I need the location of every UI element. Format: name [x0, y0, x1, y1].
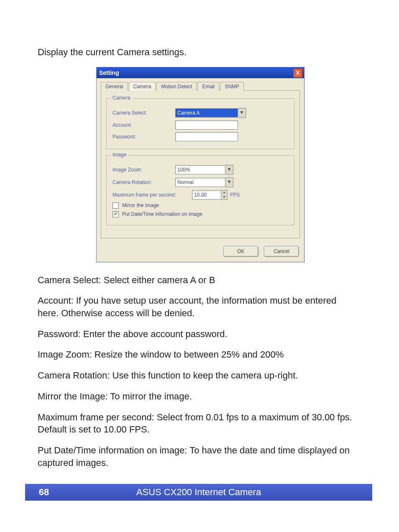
ok-button[interactable]: OK	[223, 246, 258, 257]
cancel-button[interactable]: Cancel	[264, 246, 299, 257]
desc-mirror: Mirror the Image: To mirror the image.	[38, 390, 360, 403]
camera-rotation-combo[interactable]: Normal ▼	[175, 177, 233, 187]
group-image: Image Image Zoom: 100% ▼ Camera Rotation…	[106, 155, 294, 225]
account-label: Account:	[113, 122, 175, 128]
page-number: 68	[25, 487, 63, 498]
group-camera-title: Camera	[111, 95, 132, 101]
tab-camera[interactable]: Camera	[129, 82, 156, 91]
tab-motion-detect[interactable]: Motion Detect	[156, 82, 197, 91]
datetime-checkbox-label: Put Date/Time information on image	[122, 211, 202, 217]
desc-fps: Maximum frame per second: Select from 0.…	[38, 411, 360, 436]
intro-text: Display the current Camera settings.	[38, 46, 360, 59]
chevron-down-icon[interactable]: ▼	[225, 165, 233, 175]
group-image-title: Image	[111, 152, 128, 158]
dialog-title: Setting	[99, 69, 119, 76]
fps-input[interactable]: 10.00	[192, 190, 221, 200]
image-zoom-value[interactable]: 100%	[175, 165, 225, 174]
group-camera: Camera Camera Select: Camera A ▼ Account…	[106, 98, 294, 149]
image-zoom-combo[interactable]: 100% ▼	[175, 165, 233, 175]
settings-dialog: Setting X General Camera Motion Detect E…	[96, 67, 304, 262]
dialog-buttons: OK Cancel	[97, 243, 304, 262]
datetime-checkbox[interactable]: ✔	[113, 211, 119, 217]
desc-camera-select: Camera Select: Select either camera A or…	[38, 274, 360, 286]
titlebar: Setting X	[97, 67, 304, 78]
camera-select-value[interactable]: Camera A	[175, 108, 238, 118]
camera-select-combo[interactable]: Camera A ▼	[175, 108, 246, 118]
fps-label: Maximum frame per second:	[113, 192, 192, 198]
page-footer: 68 ASUS CX200 Internet Camera	[25, 484, 372, 501]
password-label: Password:	[113, 134, 175, 140]
close-icon[interactable]: X	[293, 69, 302, 78]
chevron-up-icon[interactable]: ▲	[221, 190, 227, 195]
tab-panel-camera: Camera Camera Select: Camera A ▼ Account…	[101, 90, 300, 238]
desc-password: Password: Enter the above account passwo…	[38, 328, 360, 340]
tab-snmp[interactable]: SNMP	[220, 82, 244, 91]
fps-unit: FPS	[230, 192, 240, 198]
desc-account: Account: If you have setup user account,…	[38, 294, 360, 319]
chevron-down-icon[interactable]: ▼	[238, 108, 246, 118]
tab-strip: General Camera Motion Detect Email SNMP	[97, 78, 304, 90]
fps-spinner[interactable]: ▲ ▼	[221, 190, 228, 200]
mirror-checkbox-label: Mirror the Image	[122, 202, 159, 208]
camera-select-label: Camera Select:	[113, 110, 175, 116]
tab-email[interactable]: Email	[197, 82, 219, 91]
account-input[interactable]	[175, 120, 238, 130]
camera-rotation-label: Camera Rotation:	[113, 179, 175, 185]
image-zoom-label: Image Zoom:	[113, 167, 175, 173]
footer-title: ASUS CX200 Internet Camera	[63, 487, 372, 498]
desc-zoom: Image Zoom: Resize the window to between…	[38, 348, 360, 361]
desc-datetime: Put Date/Time information on image: To h…	[38, 444, 360, 469]
tab-general[interactable]: General	[101, 82, 128, 91]
camera-rotation-value[interactable]: Normal	[175, 178, 225, 187]
chevron-down-icon[interactable]: ▼	[221, 195, 227, 200]
chevron-down-icon[interactable]: ▼	[225, 177, 233, 187]
mirror-checkbox[interactable]	[113, 202, 119, 209]
desc-rotation: Camera Rotation: Use this function to ke…	[38, 369, 360, 382]
password-input[interactable]	[175, 132, 238, 141]
